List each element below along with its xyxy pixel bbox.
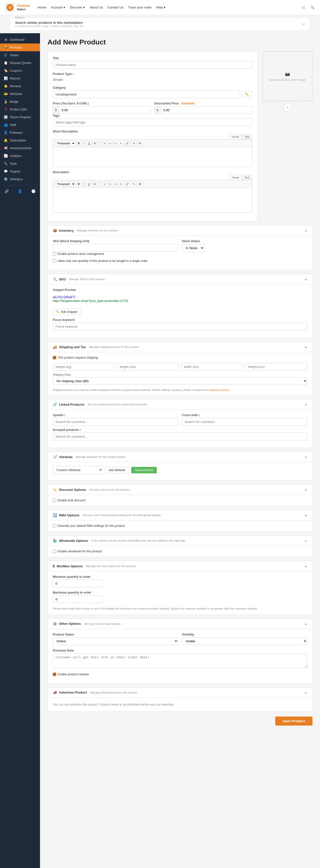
desc-ol-btn[interactable]: ≡ <box>108 182 113 186</box>
rma-override-checkbox[interactable] <box>53 524 56 528</box>
short-description-editor[interactable] <box>53 147 252 167</box>
clock-icon[interactable]: 🕐 <box>30 188 37 194</box>
banner-chevron-icon[interactable]: ▾ <box>303 22 305 26</box>
cart-icon[interactable]: 🛒 <box>301 5 306 10</box>
description-editor[interactable] <box>53 188 252 213</box>
short-desc-indent-btn[interactable]: ≡ <box>118 141 123 146</box>
seo-header[interactable]: 🔍 SEO Manage SEO for this product ▲ <box>48 274 313 284</box>
attribute-select[interactable]: Custom Attribute <box>53 466 103 474</box>
weight-input[interactable] <box>53 363 115 371</box>
desc-quote-btn[interactable]: " <box>98 182 102 186</box>
visibility-select[interactable]: Visible <box>182 637 308 645</box>
min-qty-input[interactable] <box>53 580 103 587</box>
upsells-input[interactable] <box>53 418 178 426</box>
image-upload-area[interactable]: 📷 Upload a product cover image <box>262 51 313 101</box>
inventory-header[interactable]: 📦 Inventory Manage inventory for this pr… <box>48 225 313 236</box>
rma-override-label[interactable]: Override your default RMA settings for t… <box>53 524 307 528</box>
search-icon[interactable]: 🔍 <box>310 5 315 10</box>
upsells-info-icon[interactable]: ℹ <box>64 414 65 416</box>
stock-mgmt-check-label[interactable]: Enable product stock management <box>53 252 307 256</box>
desc-format-select[interactable]: Paragraph <box>55 181 76 186</box>
height-input[interactable] <box>245 363 307 371</box>
requires-shipping-label[interactable]: This product requires shipping <box>53 356 307 360</box>
schedule-link[interactable]: Schedule <box>181 102 195 105</box>
width-input[interactable] <box>181 363 243 371</box>
sku-input[interactable] <box>53 244 178 252</box>
sidebar-item-tools[interactable]: 🔧 Tools <box>0 160 40 167</box>
other-options-header[interactable]: ⚙️ Other Options Set your extra product … <box>48 619 313 629</box>
sidebar-item-products[interactable]: 📦 Products <box>0 43 40 51</box>
save-attribute-button[interactable]: Save attribute <box>131 467 157 473</box>
attribute-header[interactable]: 📝 Attribute Manage attributes for this s… <box>48 452 313 462</box>
nav-track[interactable]: Track your order <box>128 5 152 9</box>
sidebar-item-product-qa[interactable]: ❓ Product Q&A <box>0 105 40 113</box>
shipping-class-select[interactable]: No shipping class ($0) <box>53 377 307 385</box>
advertise-header[interactable]: 📣 Advertise Product Manage Advertisement… <box>48 687 313 698</box>
nav-help[interactable]: Help ▾ <box>156 5 166 9</box>
link-icon[interactable]: 🔗 <box>3 188 10 194</box>
product-type-info-icon[interactable]: ℹ <box>72 72 74 75</box>
discount-options-header[interactable]: 🏷️ Discount Options Set your discount fo… <box>48 484 313 495</box>
desc-bold-btn[interactable]: B <box>76 182 81 186</box>
user-icon[interactable]: 👤 <box>17 188 23 194</box>
product-status-select[interactable]: Online <box>53 637 178 645</box>
nav-home[interactable]: Home <box>38 5 47 9</box>
short-desc-table-btn[interactable]: ⊞ <box>137 141 143 146</box>
category-edit-button[interactable]: ✏️ <box>242 91 252 98</box>
sidebar-item-reports[interactable]: 📊 Reports <box>0 74 40 82</box>
snippet-title[interactable]: AUTO-DRAFT - <box>53 295 307 299</box>
requires-shipping-checkbox[interactable] <box>53 356 56 360</box>
sidebar-item-reviews[interactable]: ⭐ Reviews <box>0 82 40 90</box>
desc-align-btn[interactable]: ≡ <box>113 182 118 186</box>
desc-visual-tab[interactable]: Visual <box>229 175 242 180</box>
crosssells-info-icon[interactable]: ℹ <box>199 414 200 416</box>
short-desc-quote-btn[interactable]: " <box>98 141 102 146</box>
single-qty-checkbox[interactable] <box>53 259 56 263</box>
enable-reviews-label[interactable]: Enable product reviews <box>53 673 307 676</box>
focus-keyword-input[interactable] <box>53 323 307 331</box>
short-desc-underline-btn[interactable]: U <box>87 141 91 146</box>
sidebar-item-dashboard[interactable]: ⊞ Dashboard <box>0 36 40 43</box>
short-desc-ul-btn[interactable]: ≡ <box>103 141 107 146</box>
wholesale-enable-label[interactable]: Enable wholesale for this product <box>53 550 307 553</box>
short-desc-visual-tab[interactable]: Visual <box>229 134 242 139</box>
title-input[interactable] <box>53 61 252 69</box>
add-image-button[interactable]: + <box>284 104 291 111</box>
grouped-info-icon[interactable]: ℹ <box>80 428 81 431</box>
sidebar-item-subscription[interactable]: 🔔 Subscription <box>0 136 40 144</box>
shipping-header[interactable]: 🚚 Shipping and Tax Manage shipping and t… <box>48 342 313 352</box>
sidebar-item-coupons[interactable]: 🏷️ Coupons <box>0 67 40 74</box>
grouped-input[interactable] <box>53 433 307 440</box>
category-input[interactable] <box>53 91 240 98</box>
short-desc-italic-btn[interactable]: I <box>82 141 86 146</box>
nav-about[interactable]: About Us <box>89 5 103 9</box>
short-desc-format-select[interactable]: Paragraph <box>55 141 76 146</box>
sidebar-item-staff[interactable]: 👥 Staff <box>0 121 40 129</box>
purchase-note-textarea[interactable] <box>53 653 307 668</box>
sidebar-item-withdraw[interactable]: 💳 Withdraw <box>0 90 40 98</box>
desc-text-tab[interactable]: Text <box>242 175 252 180</box>
length-input[interactable] <box>117 363 179 371</box>
sidebar-item-announcements[interactable]: 📢 Announcements <box>0 144 40 152</box>
desc-indent-btn[interactable]: ≡ <box>118 182 123 186</box>
sidebar-item-return-request[interactable]: ↩️ Return Request <box>0 113 40 121</box>
stock-mgmt-checkbox[interactable] <box>53 252 56 256</box>
desc-link-btn[interactable]: 🔗 <box>124 182 130 186</box>
bulk-discount-checkbox[interactable] <box>53 499 56 502</box>
discounted-price-input[interactable] <box>161 106 252 114</box>
sidebar-item-request-quotes[interactable]: 📋 Request Quotes <box>0 59 40 67</box>
short-desc-strike-btn[interactable]: S <box>92 141 97 146</box>
rma-options-header[interactable]: ↩️ RMA Options Set your return and warra… <box>48 510 313 520</box>
bulk-discount-label[interactable]: Enable bulk discount <box>53 499 307 502</box>
nav-discover[interactable]: Discover ▾ <box>70 5 85 9</box>
enable-reviews-checkbox[interactable] <box>53 673 56 676</box>
short-desc-text-tab[interactable]: Text <box>242 134 252 139</box>
short-desc-link-btn[interactable]: 🔗 <box>124 141 130 146</box>
desc-table-btn[interactable]: ⊞ <box>137 182 143 186</box>
shipping-settings-link[interactable]: shipping settings <box>209 389 229 392</box>
stock-status-select[interactable]: In Stock <box>182 244 204 252</box>
wholesale-enable-checkbox[interactable] <box>53 550 56 553</box>
nav-contact[interactable]: Contact Us <box>108 5 123 9</box>
nav-account[interactable]: Account ▾ <box>51 5 65 9</box>
edit-snippet-button[interactable]: ✏️ Edit Snippet <box>53 309 81 315</box>
